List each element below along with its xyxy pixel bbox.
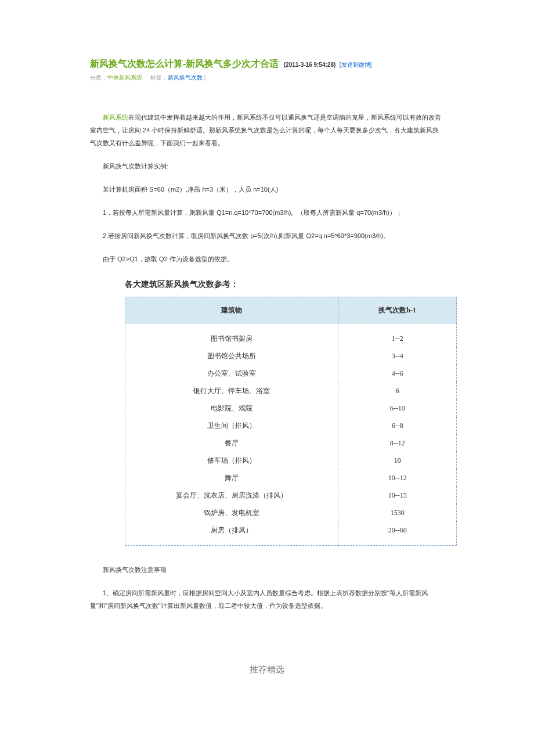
table-row: 图书馆公共场所3--4 (125, 347, 457, 365)
notes-label: 新风换气次数注意事项 (90, 563, 444, 576)
table-row: 餐厅8--12 (125, 434, 457, 452)
cell-rate: 10--15 (338, 487, 457, 504)
cell-rate: 1--2 (338, 323, 457, 348)
cell-building: 电影院、戏院 (125, 399, 338, 417)
fresh-air-system-link[interactable]: 新风系统 (103, 114, 128, 121)
table-body: 图书馆书架房1--2 图书馆公共场所3--4 办公室、试验室4--6 银行大厅、… (125, 323, 457, 546)
cell-building: 办公室、试验室 (125, 365, 338, 382)
cell-building: 卫生间（排风） (125, 417, 338, 434)
table-header-rate: 换气次数h-1 (338, 297, 457, 323)
conclusion: 由于 Q2>Q1，故取 Q2 作为设备选型的依据。 (90, 253, 444, 265)
cell-rate: 3--4 (338, 347, 457, 365)
example-setup: 某计算机房面积 S=60（m2）,净高 h=3（米），人员 n=10(人) (90, 183, 444, 196)
table-header-row: 建筑物 换气次数h-1 (125, 297, 457, 323)
send-to-weibo-link[interactable]: [发送到微博] (340, 62, 372, 68)
footer-text: 推荐精选 (90, 664, 444, 675)
table-row: 办公室、试验室4--6 (125, 365, 457, 382)
document-page: 新风换气次数怎么计算-新风换气多少次才合适 (2011-3-16 9:54:28… (0, 0, 534, 699)
cell-building: 餐厅 (125, 434, 338, 452)
cell-rate: 4--6 (338, 365, 457, 382)
calculation-1: 1．若按每人所需新风量计算，则新风量 Q1=n.q=10*70=700(m3/h… (90, 206, 444, 219)
tag-link[interactable]: 新风换气次数 (168, 74, 203, 81)
cell-building: 厨房（排风） (125, 521, 338, 546)
cell-rate: 6--8 (338, 417, 457, 434)
table-row: 舞厅10--12 (125, 469, 457, 487)
table-row: 厨房（排风）20--60 (125, 521, 457, 546)
article-meta: 分类：中央新风系统 标签：新风换气次数 | (90, 74, 444, 82)
cell-building: 图书馆公共场所 (125, 347, 338, 365)
calculation-2: 2.若按房间新风换气次数计算，取房间新风换气次数 p=5(次/h),则新风量 Q… (90, 229, 444, 242)
category-link[interactable]: 中央新风系统 (107, 74, 142, 81)
article-date: (2011-3-16 9:54:28) (284, 62, 336, 68)
table-row: 卫生间（排风）6--8 (125, 417, 457, 434)
example-label: 新风换气次数计算实例: (90, 160, 444, 172)
cell-rate: 10 (338, 452, 457, 469)
cell-rate: 6 (338, 382, 457, 399)
table-row: 银行大厅、停车场、浴室6 (125, 382, 457, 399)
cell-rate: 20--60 (338, 521, 457, 546)
cell-rate: 10--12 (338, 469, 457, 487)
intro-paragraph: 新风系统在现代建筑中发挥着越来越大的作用，新风系统不仅可以通风换气还是空调病的克… (90, 111, 444, 149)
cell-rate: 8--12 (338, 434, 457, 452)
table-header-building: 建筑物 (125, 297, 338, 323)
section-heading: 各大建筑区新风换气次数参考： (125, 276, 444, 292)
cell-building: 修车场（排风） (125, 452, 338, 469)
table-row: 图书馆书架房1--2 (125, 323, 457, 348)
intro-text: 在现代建筑中发挥着越来越大的作用，新风系统不仅可以通风换气还是空调病的克星，新风… (90, 114, 441, 146)
table-row: 修车场（排风）10 (125, 452, 457, 469)
cell-building: 宴会厅、洗衣店、厨房洗涤（排风） (125, 487, 338, 504)
article-title: 新风换气次数怎么计算-新风换气多少次才合适 (90, 59, 279, 69)
cell-building: 图书馆书架房 (125, 323, 338, 348)
category-label: 分类： (90, 74, 107, 81)
table-row: 锅炉房、发电机室1530 (125, 504, 457, 521)
meta-separator: | (203, 74, 205, 81)
table-row: 宴会厅、洗衣店、厨房洗涤（排风）10--15 (125, 487, 457, 504)
article-title-line: 新风换气次数怎么计算-新风换气多少次才合适 (2011-3-16 9:54:28… (90, 58, 444, 70)
reference-table: 建筑物 换气次数h-1 图书馆书架房1--2 图书馆公共场所3--4 办公室、试… (125, 297, 457, 546)
note-1: 1、确定房间所需新风量时，应根据房间空间大小及室内人员数量综合考虑。根据上表扒荐… (90, 586, 444, 612)
cell-building: 舞厅 (125, 469, 338, 487)
cell-building: 锅炉房、发电机室 (125, 504, 338, 521)
cell-building: 银行大厅、停车场、浴室 (125, 382, 338, 399)
tag-label: 标签： (150, 74, 168, 81)
cell-rate: 1530 (338, 504, 457, 521)
cell-rate: 6--10 (338, 399, 457, 417)
article-content: 新风系统在现代建筑中发挥着越来越大的作用，新风系统不仅可以通风换气还是空调病的克… (90, 111, 444, 612)
table-row: 电影院、戏院6--10 (125, 399, 457, 417)
